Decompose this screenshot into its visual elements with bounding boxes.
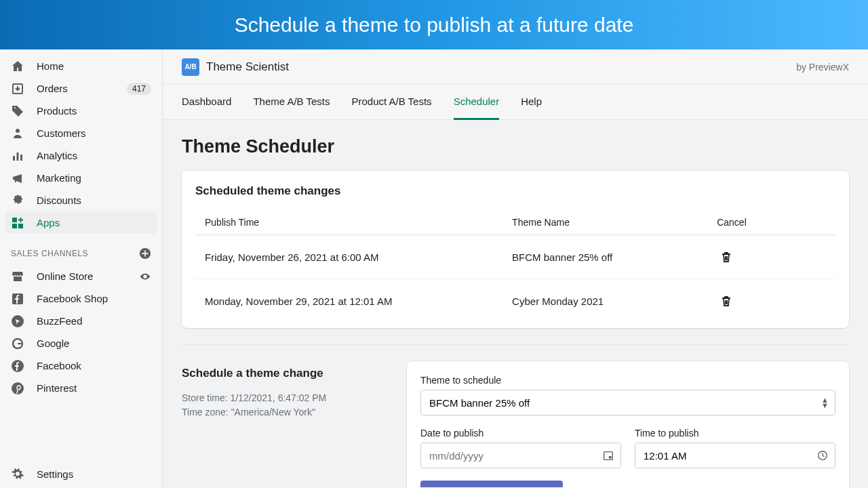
banner-title: Schedule a theme to publish at a future … bbox=[235, 14, 634, 37]
tag-icon bbox=[11, 104, 24, 118]
app-title: Theme Scientist bbox=[206, 60, 289, 74]
channel-pinterest[interactable]: Pinterest bbox=[0, 377, 162, 399]
cell-name: Cyber Monday 2021 bbox=[502, 279, 707, 323]
channel-label: Online Store bbox=[37, 270, 93, 282]
cell-time: Friday, November 26, 2021 at 6:00 AM bbox=[195, 235, 502, 279]
main-panel: A/B Theme Scientist by PreviewX Dashboar… bbox=[163, 49, 868, 488]
cell-name: BFCM banner 25% off bbox=[502, 235, 707, 279]
orders-icon bbox=[11, 82, 24, 96]
date-input[interactable] bbox=[420, 443, 621, 468]
scheduled-table: Publish Time Theme Name Cancel Friday, N… bbox=[195, 210, 835, 323]
channel-facebook[interactable]: Facebook bbox=[0, 354, 162, 377]
sidebar-item-settings[interactable]: Settings bbox=[0, 460, 162, 488]
schedule-info: Schedule a theme change Store time: 1/12… bbox=[182, 361, 385, 488]
schedule-form-card: Theme to schedule BFCM banner 25% off ▲▼… bbox=[407, 361, 849, 488]
table-row: Friday, November 26, 2021 at 6:00 AM BFC… bbox=[195, 235, 835, 279]
channel-facebook-shop[interactable]: Facebook Shop bbox=[0, 287, 162, 310]
sidebar-item-customers[interactable]: Customers bbox=[0, 122, 162, 144]
col-publish-time: Publish Time bbox=[195, 210, 502, 235]
sidebar-item-label: Analytics bbox=[37, 150, 77, 161]
pinterest-icon bbox=[11, 382, 24, 395]
delete-button[interactable] bbox=[717, 291, 736, 310]
schedule-title: Schedule a theme change bbox=[182, 367, 385, 380]
col-cancel: Cancel bbox=[707, 210, 835, 235]
megaphone-icon bbox=[11, 171, 24, 185]
gear-icon bbox=[11, 467, 24, 481]
app-tabs: Dashboard Theme A/B Tests Product A/B Te… bbox=[163, 85, 868, 120]
sidebar-item-label: Discounts bbox=[37, 195, 81, 206]
app-author: by PreviewX bbox=[796, 62, 849, 73]
sidebar-item-label: Apps bbox=[37, 217, 60, 228]
sidebar-item-products[interactable]: Products bbox=[0, 100, 162, 122]
sidebar-item-label: Orders bbox=[37, 83, 68, 94]
admin-sidebar: Home Orders 417 Products Customers Analy… bbox=[0, 49, 163, 488]
channel-buzzfeed[interactable]: BuzzFeed bbox=[0, 310, 162, 332]
svg-rect-4 bbox=[20, 155, 22, 161]
channel-label: BuzzFeed bbox=[37, 315, 83, 327]
timezone-line: Time zone: "America/New York" bbox=[182, 405, 385, 420]
tab-product-ab[interactable]: Product A/B Tests bbox=[352, 85, 432, 119]
content-scroll[interactable]: Theme Scheduler Scheduled theme changes … bbox=[163, 120, 868, 488]
sidebar-item-label: Products bbox=[37, 105, 77, 117]
eye-icon[interactable] bbox=[139, 270, 151, 283]
theme-select-label: Theme to schedule bbox=[420, 375, 835, 386]
app-icon: A/B bbox=[182, 58, 199, 76]
channel-label: Google bbox=[37, 338, 69, 349]
svg-rect-6 bbox=[12, 224, 17, 228]
svg-rect-3 bbox=[17, 152, 19, 161]
scheduled-changes-card: Scheduled theme changes Publish Time The… bbox=[182, 171, 849, 328]
svg-rect-7 bbox=[18, 224, 23, 228]
google-icon bbox=[11, 337, 24, 350]
person-icon bbox=[11, 127, 24, 140]
channel-label: Pinterest bbox=[37, 382, 77, 394]
svg-rect-2 bbox=[13, 156, 15, 161]
sidebar-item-marketing[interactable]: Marketing bbox=[0, 167, 162, 189]
time-input[interactable] bbox=[635, 443, 835, 468]
facebook-shop-icon bbox=[11, 292, 24, 306]
channel-google[interactable]: Google bbox=[0, 332, 162, 354]
page-title: Theme Scheduler bbox=[182, 136, 849, 157]
bars-icon bbox=[11, 149, 24, 163]
tab-dashboard[interactable]: Dashboard bbox=[182, 85, 231, 119]
tab-scheduler[interactable]: Scheduler bbox=[454, 85, 500, 120]
sidebar-item-analytics[interactable]: Analytics bbox=[0, 144, 162, 167]
add-channel-icon[interactable] bbox=[139, 247, 151, 260]
sidebar-item-label: Customers bbox=[37, 127, 86, 139]
tab-theme-ab[interactable]: Theme A/B Tests bbox=[253, 85, 330, 119]
time-label: Time to publish bbox=[635, 428, 835, 439]
orders-badge: 417 bbox=[127, 83, 151, 95]
discount-icon bbox=[11, 194, 24, 207]
sidebar-item-orders[interactable]: Orders 417 bbox=[0, 77, 162, 100]
settings-label: Settings bbox=[37, 468, 73, 480]
section-title: SALES CHANNELS bbox=[11, 249, 88, 258]
svg-point-1 bbox=[16, 129, 20, 133]
save-button[interactable] bbox=[420, 481, 563, 487]
buzzfeed-icon bbox=[11, 314, 24, 328]
store-time-line: Store time: 1/12/2021, 6:47:02 PM bbox=[182, 391, 385, 405]
sidebar-section-header: SALES CHANNELS bbox=[0, 234, 162, 265]
theme-select[interactable]: BFCM banner 25% off bbox=[420, 390, 835, 415]
apps-icon bbox=[11, 216, 24, 230]
facebook-icon bbox=[11, 359, 24, 373]
table-row: Monday, November 29, 2021 at 12:01 AM Cy… bbox=[195, 279, 835, 323]
channel-online-store[interactable]: Online Store bbox=[0, 265, 162, 287]
sidebar-item-label: Marketing bbox=[37, 172, 81, 184]
channel-label: Facebook bbox=[37, 360, 81, 371]
delete-button[interactable] bbox=[717, 247, 736, 266]
app-header: A/B Theme Scientist by PreviewX bbox=[163, 49, 868, 85]
section-divider bbox=[182, 344, 849, 345]
sidebar-item-apps[interactable]: Apps bbox=[5, 211, 157, 234]
sidebar-item-home[interactable]: Home bbox=[0, 55, 162, 77]
card-title: Scheduled theme changes bbox=[195, 184, 835, 198]
store-icon bbox=[11, 270, 24, 283]
col-theme-name: Theme Name bbox=[502, 210, 707, 235]
sidebar-item-discounts[interactable]: Discounts bbox=[0, 189, 162, 211]
date-label: Date to publish bbox=[420, 428, 621, 439]
sidebar-item-label: Home bbox=[37, 60, 64, 72]
home-icon bbox=[11, 60, 24, 73]
channel-label: Facebook Shop bbox=[37, 293, 108, 304]
promo-banner: Schedule a theme to publish at a future … bbox=[0, 0, 868, 49]
tab-help[interactable]: Help bbox=[521, 85, 542, 119]
svg-rect-5 bbox=[12, 218, 17, 222]
cell-time: Monday, November 29, 2021 at 12:01 AM bbox=[195, 279, 502, 323]
